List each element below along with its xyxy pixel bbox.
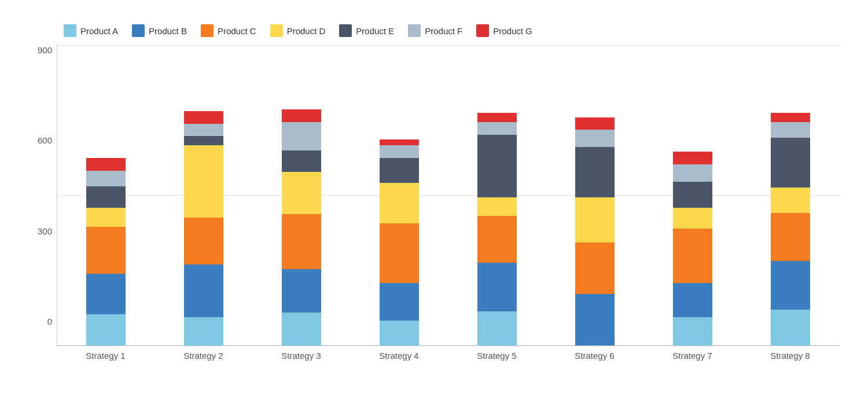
x-label-5: Strategy 5 — [448, 351, 546, 361]
stacked-bar-5 — [477, 113, 517, 346]
x-label-7: Strategy 7 — [643, 351, 741, 361]
bar-segment-C — [673, 229, 712, 284]
legend-swatch-C — [201, 24, 214, 37]
bar-segment-B — [477, 263, 517, 311]
bar-segment-B — [771, 261, 810, 310]
chart-container: Product AProduct BProduct CProduct DProd… — [12, 7, 856, 412]
bar-segment-F — [771, 122, 810, 138]
legend-swatch-G — [476, 24, 489, 37]
stacked-bar-6 — [575, 117, 615, 346]
legend-item-D: Product D — [270, 24, 326, 37]
y-axis-label: 300 — [29, 226, 57, 236]
bar-group-2 — [155, 45, 253, 346]
legend-item-B: Product B — [132, 24, 187, 37]
stacked-bar-7 — [673, 152, 712, 346]
legend-label-B: Product B — [149, 26, 187, 36]
bar-segment-G — [184, 111, 223, 124]
x-label-2: Strategy 2 — [155, 351, 252, 361]
bar-segment-G — [771, 113, 810, 122]
bar-segment-D — [184, 145, 223, 217]
bar-segment-A — [86, 314, 126, 346]
legend-label-D: Product D — [287, 26, 326, 36]
bar-segment-E — [575, 147, 615, 197]
legend-item-E: Product E — [339, 24, 394, 37]
legend-label-A: Product A — [80, 26, 118, 36]
bar-segment-B — [282, 269, 321, 313]
bar-segment-E — [282, 150, 321, 172]
stacked-bar-1 — [86, 158, 126, 346]
bar-segment-D — [771, 188, 810, 212]
legend-swatch-F — [408, 24, 421, 37]
bar-segment-A — [184, 317, 223, 346]
bar-segment-G — [477, 113, 517, 122]
legend-label-E: Product E — [356, 26, 394, 36]
chart-area: 0300600900 — [29, 45, 839, 346]
legend-label-C: Product C — [218, 26, 256, 36]
bar-segment-B — [380, 283, 419, 321]
bar-segment-F — [282, 122, 321, 150]
bar-segment-B — [673, 283, 712, 317]
bar-segment-F — [184, 124, 223, 137]
bar-segment-F — [575, 130, 615, 147]
legend: Product AProduct BProduct CProduct DProd… — [29, 24, 839, 37]
bar-segment-C — [282, 214, 321, 269]
bar-segment-G — [380, 139, 419, 146]
y-axis: 0300600900 — [29, 45, 57, 346]
bar-segment-D — [673, 208, 712, 228]
legend-item-F: Product F — [408, 24, 462, 37]
x-label-6: Strategy 6 — [546, 351, 643, 361]
bars-and-xaxis — [57, 45, 839, 346]
bar-group-7 — [643, 45, 741, 346]
bar-segment-F — [86, 171, 126, 186]
bar-group-1 — [57, 45, 155, 346]
bar-segment-C — [380, 223, 419, 283]
bar-segment-B — [184, 264, 223, 318]
bar-group-3 — [253, 45, 351, 346]
x-labels: Strategy 1Strategy 2Strategy 3Strategy 4… — [57, 351, 839, 361]
legend-label-F: Product F — [425, 26, 462, 36]
bar-group-4 — [351, 45, 448, 346]
bar-segment-G — [86, 158, 126, 171]
stacked-bar-3 — [282, 109, 321, 346]
bar-segment-A — [282, 313, 321, 346]
legend-item-A: Product A — [64, 24, 118, 37]
bar-segment-E — [477, 135, 517, 197]
x-label-4: Strategy 4 — [350, 351, 448, 361]
bar-group-5 — [448, 45, 546, 346]
legend-swatch-A — [64, 24, 76, 37]
bar-segment-C — [771, 213, 810, 262]
legend-swatch-D — [270, 24, 283, 37]
bar-segment-B — [86, 274, 126, 314]
bar-segment-E — [184, 136, 223, 145]
y-axis-label: 900 — [29, 45, 57, 55]
bar-segment-E — [380, 158, 419, 183]
y-axis-label: 0 — [29, 317, 57, 326]
bar-segment-A — [771, 310, 810, 346]
x-label-8: Strategy 8 — [741, 351, 839, 361]
bar-segment-C — [575, 242, 615, 294]
bar-segment-F — [477, 122, 517, 135]
bar-segment-E — [673, 182, 712, 208]
bar-segment-G — [575, 117, 615, 130]
bar-segment-G — [673, 152, 712, 164]
legend-label-G: Product G — [493, 26, 532, 36]
bar-segment-E — [771, 138, 810, 188]
legend-item-C: Product C — [201, 24, 256, 37]
legend-item-G: Product G — [476, 24, 532, 37]
x-label-3: Strategy 3 — [252, 351, 350, 361]
bar-segment-A — [380, 321, 419, 346]
bar-segment-E — [86, 186, 126, 208]
bar-segment-D — [86, 208, 126, 226]
bar-segment-A — [477, 311, 517, 346]
stacked-bar-8 — [771, 113, 810, 346]
bar-segment-C — [184, 218, 223, 264]
bar-group-6 — [546, 45, 643, 346]
bar-group-8 — [741, 45, 839, 346]
bars-area — [57, 45, 839, 346]
bar-segment-D — [282, 172, 321, 214]
bar-segment-B — [575, 294, 615, 346]
bar-segment-D — [477, 197, 517, 216]
bar-segment-D — [380, 183, 419, 223]
stacked-bar-2 — [184, 111, 223, 346]
bar-segment-A — [673, 317, 712, 346]
